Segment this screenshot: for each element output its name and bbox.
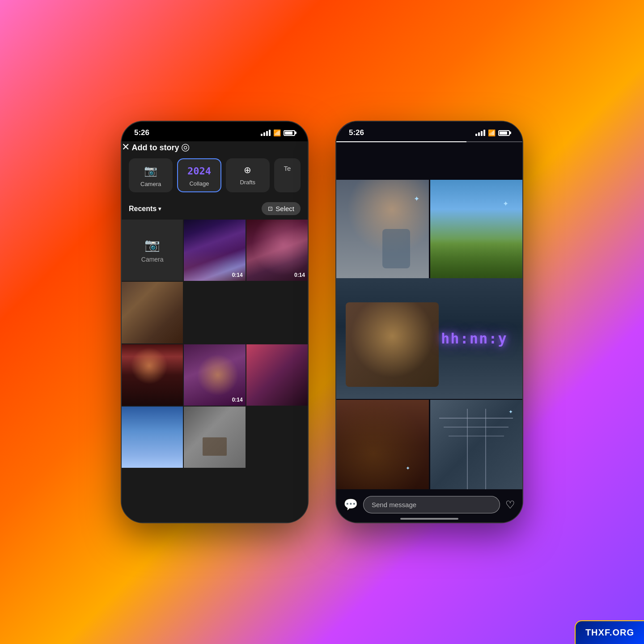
photo-street[interactable] xyxy=(184,407,245,468)
drafts-tool-label: Drafts xyxy=(240,179,255,186)
photo-grid: 📷 Camera 0:14 0:14 xyxy=(122,220,308,468)
status-time-right: 5:26 xyxy=(349,128,364,137)
camera-large-icon: 📷 xyxy=(144,237,160,252)
camera-tool-button[interactable]: 📷 Camera xyxy=(129,158,173,192)
signal-icon xyxy=(261,130,271,136)
collage-photo-bridge: ✦ xyxy=(430,400,523,489)
photo-pink[interactable] xyxy=(246,344,308,406)
more-tool-label: Te xyxy=(284,165,291,172)
story-progress-bar xyxy=(336,141,522,142)
photo-person[interactable] xyxy=(122,344,183,406)
watermark-text: THXF.ORG xyxy=(585,627,634,637)
collage-tool-button[interactable]: 2024 Collage xyxy=(177,158,221,192)
chevron-down-icon: ▾ xyxy=(158,206,161,212)
photo-flowers-video[interactable]: 0:14 xyxy=(246,220,308,281)
like-button[interactable]: ♡ xyxy=(505,499,515,511)
video-duration-badge: 0:14 xyxy=(232,272,243,278)
watermark: THXF.ORG xyxy=(575,620,644,644)
message-placeholder: Send message xyxy=(372,501,416,508)
status-bar-left: 5:26 📶 xyxy=(122,122,308,141)
wifi-icon-right: 📶 xyxy=(488,129,496,136)
timer-overlay: hh:nn:y xyxy=(441,330,508,347)
sparkle-icon-3: ✦ xyxy=(406,465,410,471)
settings-button[interactable]: ◎ xyxy=(181,141,190,153)
drafts-tool-icon: ⊕ xyxy=(244,165,251,175)
camera-cell[interactable]: 📷 Camera xyxy=(122,220,183,281)
status-icons-right: 📶 xyxy=(475,129,510,136)
right-phone: 5:26 📶 👤 lil_kanes xyxy=(335,121,523,523)
select-icon: ⊡ xyxy=(268,205,273,212)
app-header: ✕ Add to story ◎ xyxy=(122,141,308,153)
message-input[interactable]: Send message xyxy=(363,496,500,513)
emoji-button[interactable]: 💬 xyxy=(343,498,358,512)
signal-icon-right xyxy=(475,130,485,136)
photo-sky[interactable] xyxy=(122,407,183,468)
drafts-tool-button[interactable]: ⊕ Drafts xyxy=(226,158,270,192)
photo-flower[interactable]: 0:14 xyxy=(184,344,245,406)
camera-cell-label: Camera xyxy=(141,256,164,263)
sparkle-icon: ✦ xyxy=(414,195,419,203)
status-icons-left: 📶 xyxy=(261,129,295,136)
photo-girls-video[interactable]: 0:14 xyxy=(184,220,245,281)
camera-tool-icon: 📷 xyxy=(144,165,157,177)
collage-photo-selfie: ✦ xyxy=(336,180,429,278)
home-indicator xyxy=(400,518,458,520)
battery-icon-right xyxy=(498,130,510,136)
collage-photo-people-table: ✦ xyxy=(336,400,429,489)
battery-icon xyxy=(284,130,295,136)
sparkle-icon-2: ✦ xyxy=(503,199,508,208)
status-bar-right: 5:26 📶 xyxy=(336,122,522,141)
tools-row: 📷 Camera 2024 Collage ⊕ Drafts Te xyxy=(122,153,308,198)
video-duration-badge-3: 0:14 xyxy=(232,397,243,403)
collage-tool-label: Collage xyxy=(189,180,209,187)
collage-photo-landscape: ✦ xyxy=(430,180,523,278)
collage-tool-icon: 2024 xyxy=(187,165,211,177)
status-time-left: 5:26 xyxy=(134,128,149,137)
header-title: Add to story xyxy=(131,143,179,152)
video-duration-badge-2: 0:14 xyxy=(294,272,305,278)
collage-top-row: ✦ ✦ xyxy=(336,180,522,278)
sparkle-icon-4: ✦ xyxy=(508,409,513,415)
left-phone: 5:26 📶 ✕ Add to story ◎ xyxy=(121,121,309,523)
more-tool-button[interactable]: Te xyxy=(274,158,301,192)
collage-photo-dog-person: hh:nn:y xyxy=(336,278,522,399)
select-button[interactable]: ⊡ Select xyxy=(262,202,301,215)
photo-food[interactable] xyxy=(122,282,183,343)
recents-label[interactable]: Recents ▾ xyxy=(129,205,161,213)
camera-tool-label: Camera xyxy=(140,181,161,187)
wifi-icon: 📶 xyxy=(273,129,281,136)
collage-center-area: hh:nn:y xyxy=(336,278,522,399)
story-progress-fill xyxy=(336,141,466,142)
recents-bar: Recents ▾ ⊡ Select xyxy=(122,198,308,220)
story-content: 5:26 📶 👤 lil_kanes xyxy=(336,122,522,522)
message-bar: 💬 Send message ♡ xyxy=(336,496,522,513)
collage-bottom-row: ✦ ✦ xyxy=(336,400,522,489)
close-button[interactable]: ✕ xyxy=(122,141,130,153)
